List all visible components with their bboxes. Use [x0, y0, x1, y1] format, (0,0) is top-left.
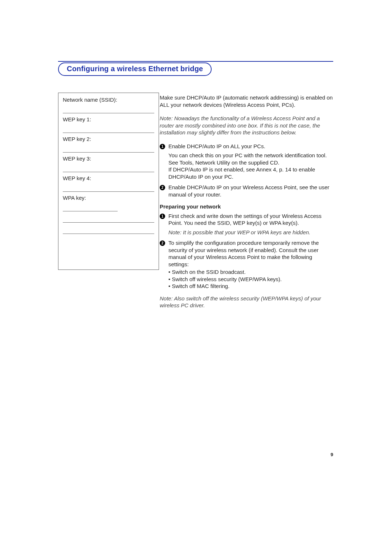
dhcp-step-1-sub: You can check this on your PC with the n…: [168, 152, 334, 180]
wpa-field-line-1: [63, 203, 118, 211]
dhcp-step-1-text: Enable DHCP/Auto IP on ALL your PCs.: [168, 143, 265, 149]
bullet-ssid-broadcast: Switch on the SSID broadcast.: [168, 268, 334, 276]
preparing-heading: Preparing your network: [160, 203, 334, 210]
step-number-badge: 2: [160, 185, 165, 190]
prepare-step-1: 1 First check and write down the setting…: [160, 212, 334, 236]
wep1-field-line: [63, 125, 154, 133]
note-combined-router: Note: Nowadays the functionality of a Wi…: [160, 115, 334, 136]
wpa-field-line-3: [63, 226, 154, 234]
page-title: Configuring a wireless Ethernet bridge: [58, 62, 212, 76]
instruction-column: Make sure DHCP/Auto IP (automatic networ…: [160, 94, 334, 316]
wep3-label: WEP key 3:: [63, 155, 154, 162]
step-number-badge: 2: [160, 240, 165, 246]
heading-container: Configuring a wireless Ethernet bridge: [58, 62, 212, 76]
wep2-field-line: [63, 144, 154, 153]
note-pc-driver: Note: Also switch off the wireless secur…: [160, 295, 334, 309]
wep4-label: WEP key 4:: [63, 175, 154, 181]
prepare-step-1-note: Note: It is possible that your WEP or WP…: [168, 229, 334, 236]
page-number: 9: [331, 452, 333, 457]
wep2-label: WEP key 2:: [63, 136, 154, 142]
settings-form-box: Network name (SSID): WEP key 1: WEP key …: [58, 93, 159, 270]
dhcp-steps-list: 1 Enable DHCP/Auto IP on ALL your PCs. Y…: [160, 143, 334, 198]
top-rule: [58, 61, 333, 62]
bullet-wireless-security: Switch off wireless security (WEP/WPA ke…: [168, 276, 334, 283]
ssid-field-line: [63, 105, 154, 113]
bullet-mac-filtering: Switch off MAC filtering.: [168, 283, 334, 290]
dhcp-step-1: 1 Enable DHCP/Auto IP on ALL your PCs. Y…: [160, 143, 334, 181]
wep1-label: WEP key 1:: [63, 116, 154, 122]
wep4-field-line: [63, 183, 154, 192]
dhcp-step-2-text: Enable DHCP/Auto IP on your Wireless Acc…: [168, 184, 329, 198]
ssid-label: Network name (SSID):: [63, 97, 154, 103]
prepare-step-2-bullets: Switch on the SSID broadcast. Switch off…: [168, 268, 334, 290]
dhcp-step-2: 2 Enable DHCP/Auto IP on your Wireless A…: [160, 184, 334, 198]
prepare-step-2: 2 To simplify the configuration procedur…: [160, 239, 334, 290]
prepare-step-2-text: To simplify the configuration procedure …: [168, 240, 319, 267]
prepare-steps-list: 1 First check and write down the setting…: [160, 212, 334, 290]
intro-paragraph: Make sure DHCP/Auto IP (automatic networ…: [160, 94, 334, 108]
step-number-badge: 1: [160, 214, 165, 219]
wep3-field-line: [63, 164, 154, 172]
wpa-field-line-2: [63, 214, 154, 223]
wpa-label: WPA key:: [63, 195, 154, 201]
step-number-badge: 1: [160, 144, 165, 149]
prepare-step-1-text: First check and write down the settings …: [168, 213, 322, 226]
